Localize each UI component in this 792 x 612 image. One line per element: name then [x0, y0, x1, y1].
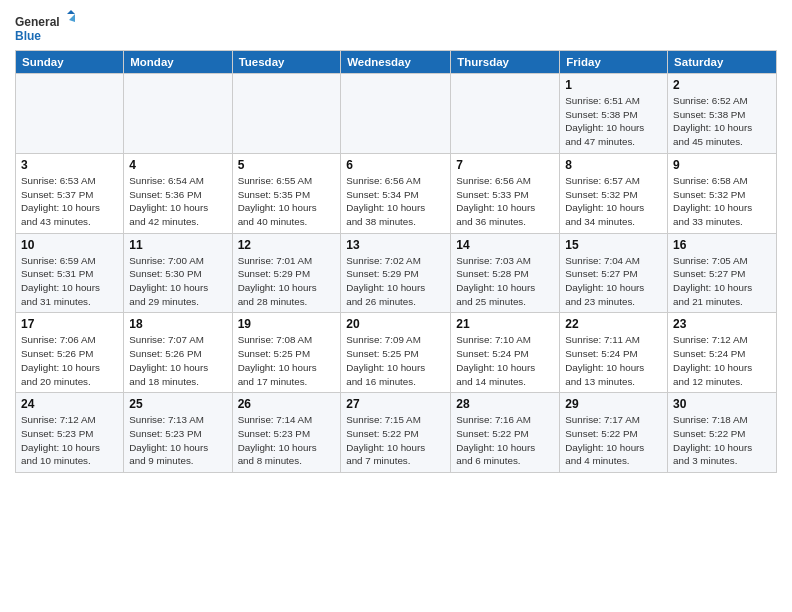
week-row-5: 24Sunrise: 7:12 AMSunset: 5:23 PMDayligh…: [16, 393, 777, 473]
day-info: Sunrise: 6:54 AMSunset: 5:36 PMDaylight:…: [129, 174, 226, 229]
day-info: Sunrise: 7:04 AMSunset: 5:27 PMDaylight:…: [565, 254, 662, 309]
day-number: 8: [565, 158, 662, 172]
day-cell: [124, 74, 232, 154]
day-info: Sunrise: 7:11 AMSunset: 5:24 PMDaylight:…: [565, 333, 662, 388]
day-number: 5: [238, 158, 336, 172]
day-cell: 26Sunrise: 7:14 AMSunset: 5:23 PMDayligh…: [232, 393, 341, 473]
day-info: Sunrise: 7:12 AMSunset: 5:24 PMDaylight:…: [673, 333, 771, 388]
day-cell: 29Sunrise: 7:17 AMSunset: 5:22 PMDayligh…: [560, 393, 668, 473]
day-info: Sunrise: 7:07 AMSunset: 5:26 PMDaylight:…: [129, 333, 226, 388]
day-info: Sunrise: 7:17 AMSunset: 5:22 PMDaylight:…: [565, 413, 662, 468]
day-number: 13: [346, 238, 445, 252]
day-cell: 2Sunrise: 6:52 AMSunset: 5:38 PMDaylight…: [668, 74, 777, 154]
calendar-table: SundayMondayTuesdayWednesdayThursdayFrid…: [15, 50, 777, 473]
day-info: Sunrise: 6:51 AMSunset: 5:38 PMDaylight:…: [565, 94, 662, 149]
day-info: Sunrise: 6:53 AMSunset: 5:37 PMDaylight:…: [21, 174, 118, 229]
weekday-header-saturday: Saturday: [668, 51, 777, 74]
weekday-header-row: SundayMondayTuesdayWednesdayThursdayFrid…: [16, 51, 777, 74]
day-number: 16: [673, 238, 771, 252]
day-cell: 22Sunrise: 7:11 AMSunset: 5:24 PMDayligh…: [560, 313, 668, 393]
day-info: Sunrise: 7:16 AMSunset: 5:22 PMDaylight:…: [456, 413, 554, 468]
day-number: 23: [673, 317, 771, 331]
day-cell: 6Sunrise: 6:56 AMSunset: 5:34 PMDaylight…: [341, 153, 451, 233]
day-info: Sunrise: 7:09 AMSunset: 5:25 PMDaylight:…: [346, 333, 445, 388]
week-row-2: 3Sunrise: 6:53 AMSunset: 5:37 PMDaylight…: [16, 153, 777, 233]
day-cell: 1Sunrise: 6:51 AMSunset: 5:38 PMDaylight…: [560, 74, 668, 154]
day-info: Sunrise: 7:08 AMSunset: 5:25 PMDaylight:…: [238, 333, 336, 388]
day-number: 6: [346, 158, 445, 172]
day-info: Sunrise: 6:55 AMSunset: 5:35 PMDaylight:…: [238, 174, 336, 229]
day-number: 21: [456, 317, 554, 331]
day-info: Sunrise: 7:02 AMSunset: 5:29 PMDaylight:…: [346, 254, 445, 309]
day-number: 19: [238, 317, 336, 331]
day-cell: 23Sunrise: 7:12 AMSunset: 5:24 PMDayligh…: [668, 313, 777, 393]
day-number: 29: [565, 397, 662, 411]
day-cell: 20Sunrise: 7:09 AMSunset: 5:25 PMDayligh…: [341, 313, 451, 393]
day-cell: [16, 74, 124, 154]
day-cell: 13Sunrise: 7:02 AMSunset: 5:29 PMDayligh…: [341, 233, 451, 313]
header: General Blue: [15, 10, 777, 46]
day-info: Sunrise: 7:06 AMSunset: 5:26 PMDaylight:…: [21, 333, 118, 388]
day-number: 2: [673, 78, 771, 92]
weekday-header-friday: Friday: [560, 51, 668, 74]
day-info: Sunrise: 6:52 AMSunset: 5:38 PMDaylight:…: [673, 94, 771, 149]
day-number: 26: [238, 397, 336, 411]
day-info: Sunrise: 6:57 AMSunset: 5:32 PMDaylight:…: [565, 174, 662, 229]
day-info: Sunrise: 7:03 AMSunset: 5:28 PMDaylight:…: [456, 254, 554, 309]
day-info: Sunrise: 7:10 AMSunset: 5:24 PMDaylight:…: [456, 333, 554, 388]
week-row-4: 17Sunrise: 7:06 AMSunset: 5:26 PMDayligh…: [16, 313, 777, 393]
svg-text:Blue: Blue: [15, 29, 41, 43]
day-cell: [232, 74, 341, 154]
day-number: 22: [565, 317, 662, 331]
logo-svg: General Blue: [15, 10, 75, 46]
day-cell: 8Sunrise: 6:57 AMSunset: 5:32 PMDaylight…: [560, 153, 668, 233]
svg-text:General: General: [15, 15, 60, 29]
day-cell: 4Sunrise: 6:54 AMSunset: 5:36 PMDaylight…: [124, 153, 232, 233]
day-number: 25: [129, 397, 226, 411]
week-row-3: 10Sunrise: 6:59 AMSunset: 5:31 PMDayligh…: [16, 233, 777, 313]
day-number: 11: [129, 238, 226, 252]
day-cell: 21Sunrise: 7:10 AMSunset: 5:24 PMDayligh…: [451, 313, 560, 393]
day-number: 7: [456, 158, 554, 172]
week-row-1: 1Sunrise: 6:51 AMSunset: 5:38 PMDaylight…: [16, 74, 777, 154]
day-number: 28: [456, 397, 554, 411]
day-cell: 3Sunrise: 6:53 AMSunset: 5:37 PMDaylight…: [16, 153, 124, 233]
day-number: 17: [21, 317, 118, 331]
day-cell: 25Sunrise: 7:13 AMSunset: 5:23 PMDayligh…: [124, 393, 232, 473]
svg-marker-3: [69, 14, 75, 22]
day-info: Sunrise: 6:56 AMSunset: 5:34 PMDaylight:…: [346, 174, 445, 229]
day-info: Sunrise: 7:15 AMSunset: 5:22 PMDaylight:…: [346, 413, 445, 468]
day-cell: 19Sunrise: 7:08 AMSunset: 5:25 PMDayligh…: [232, 313, 341, 393]
day-info: Sunrise: 6:58 AMSunset: 5:32 PMDaylight:…: [673, 174, 771, 229]
day-cell: 15Sunrise: 7:04 AMSunset: 5:27 PMDayligh…: [560, 233, 668, 313]
day-info: Sunrise: 7:12 AMSunset: 5:23 PMDaylight:…: [21, 413, 118, 468]
day-cell: 27Sunrise: 7:15 AMSunset: 5:22 PMDayligh…: [341, 393, 451, 473]
day-info: Sunrise: 7:01 AMSunset: 5:29 PMDaylight:…: [238, 254, 336, 309]
day-number: 3: [21, 158, 118, 172]
day-cell: 9Sunrise: 6:58 AMSunset: 5:32 PMDaylight…: [668, 153, 777, 233]
day-cell: 10Sunrise: 6:59 AMSunset: 5:31 PMDayligh…: [16, 233, 124, 313]
weekday-header-tuesday: Tuesday: [232, 51, 341, 74]
day-cell: 12Sunrise: 7:01 AMSunset: 5:29 PMDayligh…: [232, 233, 341, 313]
day-cell: 18Sunrise: 7:07 AMSunset: 5:26 PMDayligh…: [124, 313, 232, 393]
day-number: 20: [346, 317, 445, 331]
day-cell: 28Sunrise: 7:16 AMSunset: 5:22 PMDayligh…: [451, 393, 560, 473]
day-info: Sunrise: 7:14 AMSunset: 5:23 PMDaylight:…: [238, 413, 336, 468]
day-cell: 14Sunrise: 7:03 AMSunset: 5:28 PMDayligh…: [451, 233, 560, 313]
day-info: Sunrise: 7:18 AMSunset: 5:22 PMDaylight:…: [673, 413, 771, 468]
day-number: 14: [456, 238, 554, 252]
day-number: 18: [129, 317, 226, 331]
day-number: 1: [565, 78, 662, 92]
day-cell: 16Sunrise: 7:05 AMSunset: 5:27 PMDayligh…: [668, 233, 777, 313]
day-cell: 17Sunrise: 7:06 AMSunset: 5:26 PMDayligh…: [16, 313, 124, 393]
day-cell: [341, 74, 451, 154]
day-info: Sunrise: 7:13 AMSunset: 5:23 PMDaylight:…: [129, 413, 226, 468]
day-cell: [451, 74, 560, 154]
day-cell: 7Sunrise: 6:56 AMSunset: 5:33 PMDaylight…: [451, 153, 560, 233]
calendar-container: General Blue SundayMondayTuesdayWednesda…: [0, 0, 792, 488]
logo: General Blue: [15, 10, 75, 46]
day-cell: 24Sunrise: 7:12 AMSunset: 5:23 PMDayligh…: [16, 393, 124, 473]
day-number: 9: [673, 158, 771, 172]
weekday-header-monday: Monday: [124, 51, 232, 74]
day-number: 27: [346, 397, 445, 411]
